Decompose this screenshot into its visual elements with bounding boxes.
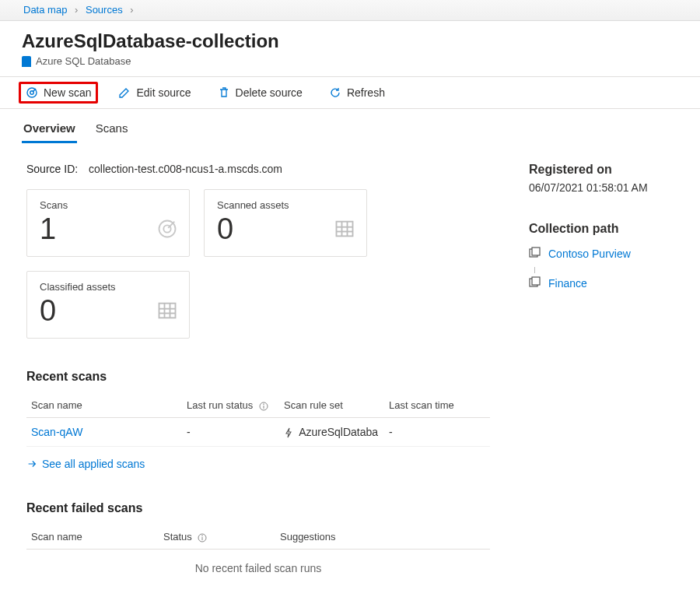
toolbar: New scan Edit source Delete source Refre… (0, 77, 700, 109)
card-scans-label: Scans (40, 199, 177, 211)
page-header: AzureSqlDatabase-collection Azure SQL Da… (0, 21, 700, 77)
scan-ruleset-cell: AzureSqlDataba (279, 418, 384, 447)
col-last-scan-time: Last scan time (384, 393, 490, 418)
col-failed-status: Status (159, 525, 275, 550)
edit-source-label: Edit source (136, 86, 191, 99)
see-all-applied-scans-link[interactable]: See all applied scans (26, 458, 145, 470)
lightning-icon (284, 427, 293, 438)
chevron-right-icon: › (130, 4, 133, 16)
svg-point-18 (263, 403, 264, 405)
summary-cards: Scans 1 Scanned assets 0 Classified asse… (26, 189, 490, 339)
refresh-icon (329, 86, 341, 99)
recent-failed-scans-table: Scan name Status Suggestions (26, 525, 490, 550)
col-failed-suggestions: Suggestions (275, 525, 490, 550)
collection-icon (529, 247, 541, 261)
info-icon[interactable] (259, 402, 268, 411)
path-connector (534, 267, 677, 273)
chevron-right-icon: › (75, 4, 78, 16)
source-type-label: Azure SQL Database (36, 55, 131, 67)
table-icon (156, 300, 178, 324)
card-classified-assets-label: Classified assets (40, 281, 177, 293)
svg-rect-11 (159, 304, 176, 318)
svg-point-21 (202, 535, 204, 536)
source-type: Azure SQL Database (22, 55, 678, 67)
refresh-button[interactable]: Refresh (323, 83, 391, 103)
recent-scans-table: Scan name Last run status Scan rule set … (26, 393, 490, 447)
refresh-label: Refresh (347, 86, 385, 99)
col-last-run-status: Last run status (182, 393, 279, 418)
collection-path-child-label: Finance (548, 277, 587, 290)
new-scan-label: New scan (44, 86, 91, 99)
collection-icon (529, 276, 541, 290)
delete-source-button[interactable]: Delete source (212, 83, 309, 103)
tab-overview[interactable]: Overview (22, 117, 77, 143)
card-scanned-assets-label: Scanned assets (217, 199, 354, 211)
svg-rect-23 (532, 248, 540, 255)
database-icon (22, 56, 31, 67)
svg-rect-25 (532, 277, 540, 285)
target-icon (26, 86, 38, 99)
card-scanned-assets[interactable]: Scanned assets 0 (204, 189, 367, 257)
col-scan-rule-set: Scan rule set (279, 393, 384, 418)
scan-time-cell: - (384, 418, 490, 447)
tab-scans[interactable]: Scans (94, 117, 130, 143)
col-scan-name: Scan name (26, 393, 182, 418)
breadcrumb-sources[interactable]: Sources (86, 4, 123, 16)
breadcrumb-bar: Data map › Sources › (0, 0, 700, 21)
breadcrumb: Data map › Sources › (23, 4, 138, 16)
collection-path-root-label: Contoso Purview (548, 248, 631, 260)
recent-scans-heading: Recent scans (26, 370, 490, 384)
scan-name-link[interactable]: Scan-qAW (26, 418, 182, 447)
table-icon (334, 218, 355, 242)
failed-scans-empty: No recent failed scan runs (26, 550, 490, 587)
side-panel: Registered on 06/07/2021 01:58:01 AM Col… (529, 163, 677, 597)
table-row[interactable]: Scan-qAW - AzureSqlDataba - (26, 418, 490, 447)
recent-scans-section: Recent scans Scan name Last run status S… (26, 370, 490, 472)
recent-failed-scans-heading: Recent failed scans (26, 501, 490, 515)
target-icon (156, 218, 178, 242)
info-icon[interactable] (198, 533, 207, 543)
collection-path-label: Collection path (529, 222, 677, 236)
trash-icon (218, 86, 230, 99)
page-title: AzureSqlDatabase-collection (22, 30, 678, 52)
arrow-right-icon (26, 458, 37, 469)
new-scan-button[interactable]: New scan (19, 82, 98, 104)
source-id-value: collection-test.c008-ncus1-a.mscds.com (89, 163, 282, 175)
collection-path-root[interactable]: Contoso Purview (529, 247, 677, 261)
main-panel: Source ID: collection-test.c008-ncus1-a.… (26, 163, 490, 597)
pencil-icon (118, 86, 131, 99)
source-id-label: Source ID: (26, 163, 78, 175)
source-id: Source ID: collection-test.c008-ncus1-a.… (26, 163, 490, 175)
registered-on-value: 06/07/2021 01:58:01 AM (529, 181, 677, 194)
breadcrumb-data-map[interactable]: Data map (23, 4, 67, 16)
tabs: Overview Scans (0, 117, 700, 144)
registered-on-label: Registered on (529, 163, 677, 177)
card-scans[interactable]: Scans 1 (26, 189, 190, 257)
recent-failed-scans-section: Recent failed scans Scan name Status Sug… (26, 501, 490, 597)
collection-path-child[interactable]: Finance (529, 276, 677, 290)
delete-source-label: Delete source (236, 86, 303, 99)
svg-rect-6 (337, 222, 353, 237)
card-classified-assets[interactable]: Classified assets 0 (26, 271, 190, 339)
scan-status-cell: - (182, 418, 279, 447)
col-failed-scan-name: Scan name (26, 525, 159, 550)
edit-source-button[interactable]: Edit source (112, 83, 197, 103)
